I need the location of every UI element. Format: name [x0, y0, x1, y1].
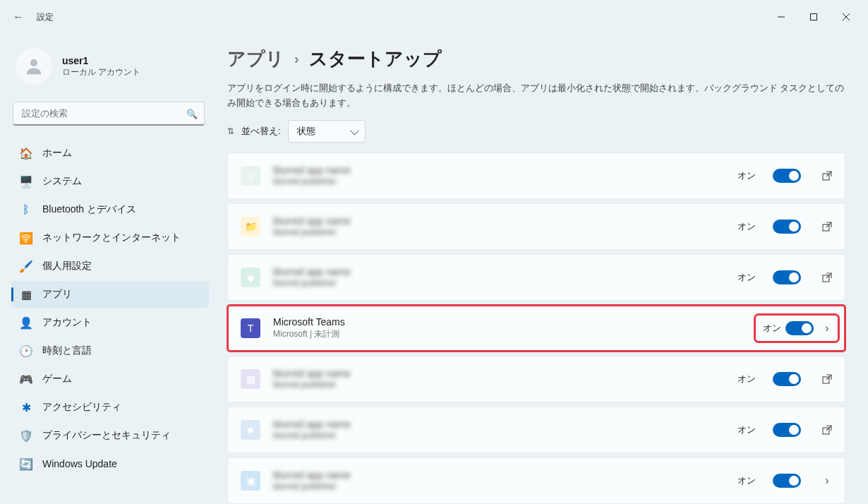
startup-toggle[interactable] — [773, 169, 801, 183]
sort-label: 並べ替え: — [241, 125, 281, 138]
nav-system[interactable]: 🖥️システム — [11, 168, 209, 195]
nav-home[interactable]: 🏠ホーム — [11, 140, 209, 167]
external-link-icon — [822, 171, 832, 181]
search-icon: 🔍 — [186, 109, 198, 119]
external-link-icon — [822, 374, 832, 384]
nav-apps[interactable]: ▦アプリ — [11, 281, 209, 308]
brush-icon: 🖌️ — [20, 260, 32, 272]
startup-toggle[interactable] — [773, 423, 801, 437]
app-title: blurred app name — [273, 368, 725, 379]
external-link-icon — [822, 272, 832, 282]
gaming-icon: 🎮 — [20, 373, 32, 385]
minimize-icon — [778, 13, 785, 20]
breadcrumb-parent[interactable]: アプリ — [227, 47, 284, 71]
open-location-button[interactable] — [821, 272, 833, 282]
nav-bluetooth[interactable]: ᛒBluetooth とデバイス — [11, 196, 209, 223]
close-button[interactable] — [830, 6, 862, 28]
toggle-state-label: オン — [737, 474, 756, 487]
toggle-state-label: オン — [763, 322, 781, 335]
open-location-button[interactable] — [821, 222, 833, 232]
app-icon: ▦ — [241, 369, 260, 389]
external-link-icon — [822, 222, 832, 232]
svg-point-4 — [30, 59, 37, 66]
app-subtitle: blurred publisher — [273, 431, 725, 440]
app-icon: 📁 — [241, 217, 260, 236]
expand-button[interactable]: › — [821, 322, 833, 335]
accessibility-icon: ✱ — [20, 401, 32, 414]
apps-icon: ▦ — [20, 288, 32, 301]
app-title: blurred app name — [273, 469, 725, 481]
nav-update[interactable]: 🔄Windows Update — [11, 450, 209, 477]
toggle-state-label: オン — [737, 271, 756, 284]
startup-toggle[interactable] — [773, 220, 801, 234]
nav-label: Windows Update — [42, 458, 117, 469]
app-row[interactable]: ◆blurred app nameblurred publisherオン — [227, 254, 845, 301]
app-title: blurred app name — [273, 164, 725, 176]
app-list: ◎blurred app nameblurred publisherオン📁blu… — [227, 152, 845, 505]
nav-privacy[interactable]: 🛡️プライバシーとセキュリティ — [11, 422, 209, 449]
sidebar: user1 ローカル アカウント 🔍 🏠ホーム 🖥️システム ᛒBluetoot… — [0, 34, 212, 504]
nav-label: システム — [42, 175, 82, 188]
system-icon: 🖥️ — [20, 175, 32, 188]
nav-label: ネットワークとインターネット — [42, 232, 181, 244]
app-title: blurred app name — [273, 266, 725, 277]
nav-time[interactable]: 🕑時刻と言語 — [11, 337, 209, 364]
main-content: アプリ › スタートアップ アプリをログイン時に開始するように構成できます。ほと… — [212, 34, 868, 504]
nav-gaming[interactable]: 🎮ゲーム — [11, 366, 209, 392]
update-icon: 🔄 — [20, 457, 32, 470]
nav-label: アカウント — [42, 316, 92, 329]
chevron-right-icon: › — [294, 51, 299, 67]
app-subtitle: blurred publisher — [273, 176, 725, 186]
svg-rect-1 — [811, 14, 817, 20]
app-icon: ◆ — [241, 268, 260, 287]
app-row[interactable]: 📁blurred app nameblurred publisherオン — [227, 203, 845, 250]
toggle-state-label: オン — [737, 424, 756, 436]
breadcrumb-current: スタートアップ — [309, 47, 442, 71]
app-icon: T — [241, 318, 260, 338]
expand-button[interactable]: › — [821, 474, 833, 487]
user-block[interactable]: user1 ローカル アカウント — [11, 42, 209, 97]
shield-icon: 🛡️ — [20, 429, 32, 442]
open-location-button[interactable] — [821, 171, 833, 181]
nav-label: Bluetooth とデバイス — [42, 203, 136, 216]
nav-accessibility[interactable]: ✱アクセシビリティ — [11, 394, 209, 421]
close-icon — [843, 13, 850, 20]
sort-select[interactable]: 状態 — [288, 120, 366, 143]
app-icon: ▣ — [241, 471, 260, 491]
minimize-button[interactable] — [765, 6, 797, 28]
maximize-icon — [810, 13, 817, 20]
startup-toggle[interactable] — [773, 474, 801, 488]
app-row[interactable]: ▣blurred app nameblurred publisherオン› — [227, 457, 845, 504]
nav-network[interactable]: 🛜ネットワークとインターネット — [11, 224, 209, 251]
page-description: アプリをログイン時に開始するように構成できます。ほとんどの場合、アプリは最小化さ… — [227, 81, 845, 112]
nav-label: 個人用設定 — [42, 260, 92, 272]
startup-toggle[interactable] — [785, 321, 814, 335]
accounts-icon: 👤 — [20, 316, 32, 329]
app-subtitle: blurred publisher — [273, 278, 725, 288]
app-row[interactable]: ◎blurred app nameblurred publisherオン — [227, 152, 845, 199]
user-name: user1 — [62, 55, 140, 66]
maximize-button[interactable] — [797, 6, 830, 28]
toggle-state-label: オン — [737, 220, 756, 233]
app-row[interactable]: TMicrosoft TeamsMicrosoft | 未計測オン› — [227, 305, 845, 352]
startup-toggle[interactable] — [773, 372, 801, 386]
app-subtitle: Microsoft | 未計測 — [273, 328, 743, 340]
nav-accounts[interactable]: 👤アカウント — [11, 309, 209, 336]
back-button[interactable]: ← — [13, 11, 24, 23]
app-title: blurred app name — [273, 419, 725, 430]
app-subtitle: blurred publisher — [273, 481, 725, 491]
app-icon: ◎ — [241, 166, 260, 186]
open-location-button[interactable] — [821, 374, 833, 384]
app-title: blurred app name — [273, 215, 725, 227]
app-subtitle: blurred publisher — [273, 380, 725, 390]
nav-label: アクセシビリティ — [42, 401, 121, 414]
nav-label: ホーム — [42, 147, 72, 160]
nav-personalization[interactable]: 🖌️個人用設定 — [11, 253, 209, 280]
app-row[interactable]: ▦blurred app nameblurred publisherオン — [227, 356, 845, 402]
startup-toggle[interactable] — [773, 270, 801, 284]
open-location-button[interactable] — [821, 425, 833, 435]
search-input[interactable] — [13, 102, 205, 126]
app-row[interactable]: ■blurred app nameblurred publisherオン — [227, 407, 845, 453]
window-title: 設定 — [37, 11, 54, 23]
user-subtitle: ローカル アカウント — [62, 66, 140, 78]
